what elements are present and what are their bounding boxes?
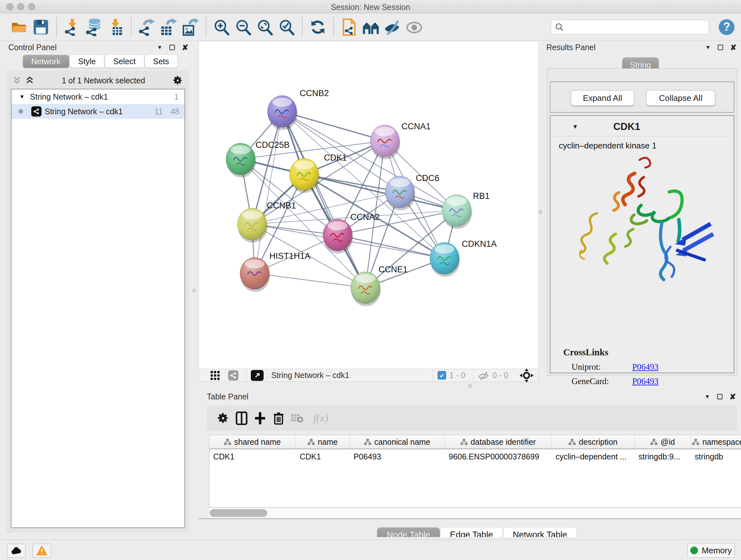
panel-float-icon[interactable] (170, 45, 175, 50)
show-columns-button[interactable] (232, 409, 251, 428)
tab-style[interactable]: Style (70, 55, 105, 68)
expand-all-button[interactable]: Expand All (571, 90, 634, 106)
hide-selected-button[interactable] (384, 18, 401, 36)
network-node-hist1h1a[interactable]: HIST1H1A (240, 251, 311, 292)
panel-menu-icon[interactable]: ▼ (157, 44, 162, 51)
tab-network[interactable]: Network (23, 55, 69, 68)
column-header--id[interactable]: @id (635, 435, 691, 449)
import-network-file-button[interactable] (63, 18, 81, 36)
column-header-name[interactable]: name (296, 435, 350, 449)
table-tabs-area: Node TableEdge TableNetwork Table (199, 518, 741, 537)
network-node-ccnb2[interactable]: CCNB2 (267, 88, 329, 130)
table-cell[interactable]: 9606.ENSP00000378699 (445, 449, 552, 464)
panel-menu-icon[interactable]: ▼ (704, 394, 710, 400)
show-houses-button[interactable] (362, 18, 380, 36)
selected-checkbox-icon[interactable] (437, 371, 446, 380)
network-node-ccna1[interactable]: CCNA1 (370, 122, 431, 159)
expand-all-chevron-icon[interactable] (25, 76, 35, 85)
panel-float-icon[interactable] (717, 394, 723, 399)
protein-structure-image (568, 154, 718, 292)
table-cell[interactable]: stringdb (691, 449, 741, 464)
network-type-badge-icon[interactable] (228, 370, 239, 381)
splitter-handle[interactable] (468, 384, 472, 388)
zoom-selected-button[interactable] (278, 18, 295, 36)
network-row-selected[interactable]: String Network – cdk1 11 48 (11, 104, 185, 119)
table-cell[interactable]: CDK1 (296, 449, 350, 464)
collapse-all-button[interactable]: Collapse All (646, 90, 715, 106)
tab-select[interactable]: Select (105, 55, 144, 68)
zoom-fit-button[interactable] (256, 18, 274, 36)
import-table-file-button[interactable] (107, 18, 125, 36)
scrollbar-thumb[interactable] (210, 509, 267, 517)
network-node-cdc25b[interactable]: CDC25B (226, 140, 290, 178)
panel-menu-icon[interactable]: ▼ (705, 44, 711, 51)
import-network-database-button[interactable] (85, 18, 103, 36)
network-node-cdkn1a[interactable]: CDKN1A (430, 239, 497, 277)
zoom-in-button[interactable] (212, 18, 230, 36)
memory-button[interactable]: Memory (687, 543, 735, 558)
network-edge[interactable] (282, 111, 365, 288)
export-table-button[interactable] (159, 18, 178, 36)
column-header-database-identifier[interactable]: database identifier (445, 435, 552, 449)
entry-collapse-icon[interactable]: ▼ (572, 123, 578, 130)
export-network-button[interactable] (138, 18, 156, 36)
entry-header[interactable]: ▼ CDK1 (552, 117, 732, 136)
network-edge[interactable] (338, 235, 445, 258)
table-row[interactable]: CDK1CDK1P064939606.ENSP00000378699cyclin… (209, 449, 741, 464)
table-cell[interactable]: CDK1 (209, 449, 296, 464)
panel-close-icon[interactable]: ✘ (730, 394, 736, 399)
export-image-button[interactable] (181, 18, 199, 36)
column-header-canonical-name[interactable]: canonical name (350, 435, 445, 449)
tab-node-table[interactable]: Node Table (377, 527, 440, 537)
create-column-button[interactable] (251, 409, 269, 428)
table-options-button[interactable] (214, 409, 232, 428)
splitter-handle[interactable] (539, 210, 542, 213)
network-canvas-svg[interactable]: CCNB2CCNA1CDC25BCDK1CDC6RB1CCNB1CCNA2CDK… (199, 41, 538, 369)
tab-network-table[interactable]: Network Table (503, 527, 577, 537)
network-edge[interactable] (255, 273, 365, 288)
refresh-button[interactable] (309, 18, 327, 36)
first-neighbors-button[interactable] (340, 18, 358, 36)
splitter-handle[interactable] (192, 289, 196, 293)
help-button[interactable]: ? (718, 18, 735, 36)
network-edge[interactable] (282, 111, 385, 141)
delete-columns-button[interactable] (269, 409, 288, 428)
open-session-button[interactable] (10, 18, 28, 36)
control-panel-title: Control Panel (8, 43, 57, 52)
right-splitter[interactable] (539, 41, 542, 382)
table-cell[interactable]: cyclin–dependent ... (552, 449, 635, 464)
zoom-out-button[interactable] (234, 18, 252, 36)
column-header-shared-name[interactable]: shared name (209, 435, 296, 449)
save-session-button[interactable] (32, 18, 50, 36)
network-node-ccne1[interactable]: CCNE1 (351, 265, 408, 306)
table-panel: Table Panel ▼ ✘ (199, 390, 741, 537)
pan-crosshair-icon[interactable] (519, 368, 534, 383)
tab-edge-table[interactable]: Edge Table (441, 527, 502, 537)
table-cell[interactable]: P06493 (350, 449, 445, 464)
network-options-gear-icon[interactable] (172, 75, 183, 86)
panel-float-icon[interactable] (718, 45, 723, 50)
tree-expander-icon[interactable]: ▼ (19, 94, 25, 100)
tab-sets[interactable]: Sets (145, 55, 178, 68)
plus-icon (254, 412, 266, 425)
table-cell[interactable]: stringdb:9... (635, 449, 691, 464)
column-header-description[interactable]: description (552, 435, 635, 449)
collapse-all-chevron-icon[interactable] (12, 76, 22, 85)
panel-close-icon[interactable]: ✘ (182, 45, 188, 50)
cloud-status-button[interactable] (7, 544, 25, 558)
search-box[interactable] (551, 20, 709, 35)
warnings-button[interactable] (32, 544, 51, 558)
grid-view-icon[interactable] (210, 370, 220, 381)
search-input[interactable] (564, 23, 698, 32)
network-edge[interactable] (255, 111, 282, 273)
show-all-button[interactable] (405, 18, 423, 36)
birdseye-view-icon[interactable] (251, 370, 264, 381)
crosslink-link[interactable]: P06493 (632, 362, 659, 372)
panel-close-icon[interactable]: ✘ (730, 45, 737, 50)
crosslink-link[interactable]: P06493 (632, 376, 659, 386)
network-collection-row[interactable]: ▼ String Network – cdk1 1 (11, 89, 185, 104)
column-header-namespace[interactable]: namespace (691, 435, 741, 449)
left-splitter[interactable] (191, 41, 199, 537)
network-node-rb1[interactable]: RB1 (442, 191, 490, 229)
table-horizontal-scrollbar[interactable] (209, 508, 741, 518)
